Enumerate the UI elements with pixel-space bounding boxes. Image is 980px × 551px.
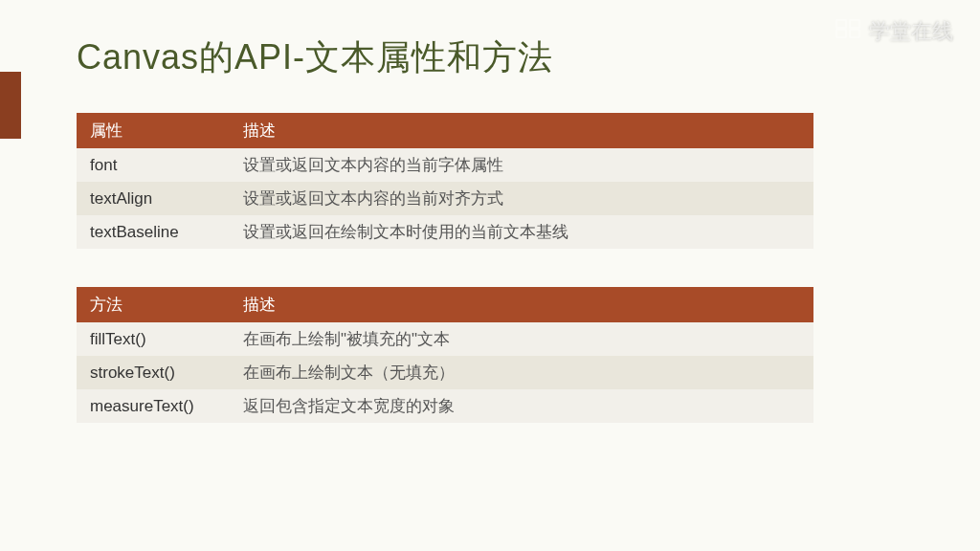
table2-header-desc: 描述 (230, 287, 813, 322)
cell-desc: 返回包含指定文本宽度的对象 (230, 389, 813, 423)
svg-rect-0 (836, 20, 846, 28)
cell-name: measureText() (77, 389, 230, 423)
table1-header-name: 属性 (77, 113, 230, 148)
table-row: strokeText() 在画布上绘制文本（无填充） (77, 356, 813, 389)
slide-content: 属性 描述 font 设置或返回文本内容的当前字体属性 textAlign 设置… (77, 113, 813, 461)
cell-desc: 设置或返回文本内容的当前对齐方式 (230, 182, 813, 215)
table-row: font 设置或返回文本内容的当前字体属性 (77, 148, 813, 182)
cell-name: textAlign (77, 182, 230, 215)
table-row: textBaseline 设置或返回在绘制文本时使用的当前文本基线 (77, 215, 813, 249)
table2-header-name: 方法 (77, 287, 230, 322)
table-row: textAlign 设置或返回文本内容的当前对齐方式 (77, 182, 813, 215)
table-row: measureText() 返回包含指定文本宽度的对象 (77, 389, 813, 423)
slide: 学堂在线 Canvas的API-文本属性和方法 属性 描述 font 设置或返回… (0, 0, 980, 551)
watermark: 学堂在线 (835, 17, 953, 46)
slide-title: Canvas的API-文本属性和方法 (77, 34, 553, 81)
cell-name: textBaseline (77, 215, 230, 249)
properties-table: 属性 描述 font 设置或返回文本内容的当前字体属性 textAlign 设置… (77, 113, 813, 249)
table-row: fillText() 在画布上绘制"被填充的"文本 (77, 322, 813, 356)
methods-table: 方法 描述 fillText() 在画布上绘制"被填充的"文本 strokeTe… (77, 287, 813, 423)
table1-header-desc: 描述 (230, 113, 813, 148)
cell-name: strokeText() (77, 356, 230, 389)
svg-rect-1 (850, 20, 859, 28)
cell-desc: 在画布上绘制文本（无填充） (230, 356, 813, 389)
cell-desc: 设置或返回文本内容的当前字体属性 (230, 148, 813, 182)
watermark-text: 学堂在线 (869, 17, 953, 46)
accent-bar (0, 72, 21, 139)
cell-desc: 设置或返回在绘制文本时使用的当前文本基线 (230, 215, 813, 249)
watermark-logo-icon (835, 18, 861, 45)
cell-desc: 在画布上绘制"被填充的"文本 (230, 322, 813, 356)
svg-rect-2 (836, 30, 846, 37)
svg-rect-3 (850, 30, 859, 37)
cell-name: fillText() (77, 322, 230, 356)
cell-name: font (77, 148, 230, 182)
